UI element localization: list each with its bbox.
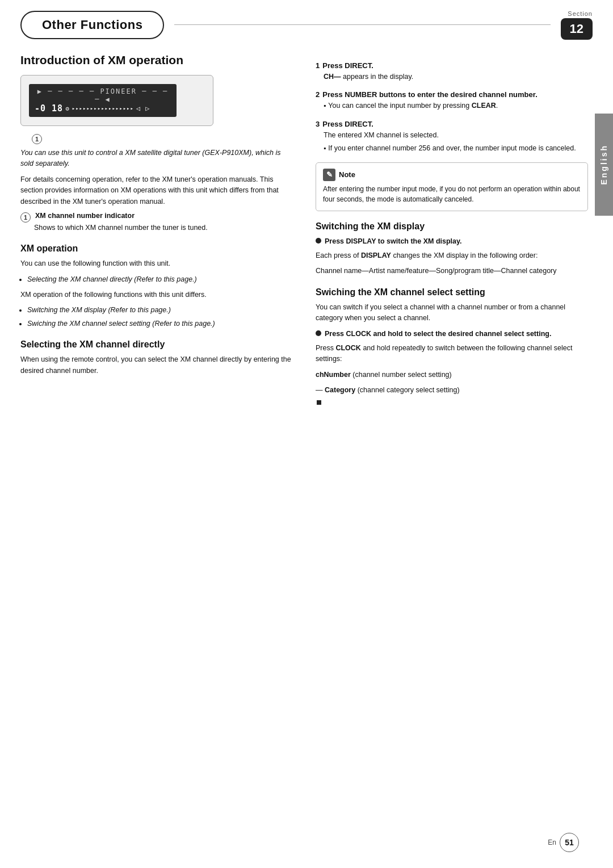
- step3-label: Press DIRECT.: [322, 120, 373, 128]
- dash: —: [316, 386, 323, 394]
- filled-bullet-icon2: [316, 330, 321, 336]
- switching-heading: Switching the XM display: [316, 221, 588, 232]
- step2-body: ▪ You can cancel the input number by pre…: [324, 100, 588, 111]
- switching-bullet-row: Press DISPLAY to switch the XM display.: [316, 236, 588, 247]
- other-functions-badge: Other Functions: [20, 11, 164, 39]
- step3-body: The entered XM channel is selected. ▪ If…: [324, 130, 588, 154]
- device-display-line2: -0 18 ⚙ ▸▸▸▸▸▸▸▸▸▸▸▸▸▸▸▸▸ ◁ ▷: [35, 103, 171, 114]
- caption-row: 1: [20, 134, 292, 144]
- xm-indicator-desc: Shows to which XM channel number the tun…: [34, 223, 292, 233]
- intro-heading: Introduction of XM operation: [20, 53, 292, 67]
- press-label: Press: [316, 344, 335, 352]
- swiching-body: You can switch if you select a channel w…: [316, 302, 588, 324]
- footer-page-number: 51: [560, 833, 579, 852]
- main-content: Introduction of XM operation ▶ ─ ─ ─ ─ ─…: [0, 40, 613, 405]
- section-number-badge: 12: [561, 18, 593, 40]
- xm-indicator-block: 1 XM channel number indicator Shows to w…: [20, 212, 292, 233]
- step3-body2: If you enter channel number 256 and over…: [328, 143, 576, 154]
- section-label-block: Section 12: [561, 10, 593, 40]
- clock-bold: CLOCK: [335, 344, 360, 352]
- steps-section: 1 Press DIRECT. CH— appears in the displ…: [316, 61, 588, 211]
- xm-op-bullet3: Swiching the XM channel select setting (…: [27, 318, 292, 329]
- xm-op-bullets1: Selecting the XM channel directly (Refer…: [27, 274, 292, 285]
- xm-op-bullet1: Selecting the XM channel directly (Refer…: [27, 274, 292, 285]
- intro-italic: You can use this unit to control a XM sa…: [20, 148, 292, 170]
- xm-op-bullet2: Switching the XM display (Refer to this …: [27, 305, 292, 316]
- swiching-bullet-label: Press CLOCK and hold to select the desir…: [325, 329, 551, 339]
- xm-operation-heading: XM operation: [20, 244, 292, 254]
- note-title-label: Note: [339, 170, 355, 179]
- step2-heading: 2 Press NUMBER buttons to enter the desi…: [316, 90, 588, 99]
- note-box: ✎ Note After entering the number input m…: [316, 162, 588, 211]
- step2-text: You can cancel the input number by press…: [328, 100, 498, 111]
- selecting-body: When using the remote control, you can s…: [20, 354, 292, 376]
- english-sidebar: English: [595, 114, 613, 216]
- swiching-bullet-row: Press CLOCK and hold to select the desir…: [316, 329, 588, 339]
- chNumber-line: chNumber (channel number select setting): [316, 370, 588, 380]
- selecting-heading: Selecting the XM channel directly: [20, 339, 292, 350]
- step2-clear: CLEAR: [472, 102, 496, 110]
- right-column: 1 Press DIRECT. CH— appears in the displ…: [310, 53, 588, 405]
- step1-heading: 1 Press DIRECT.: [316, 61, 588, 70]
- intro-section: Introduction of XM operation ▶ ─ ─ ─ ─ ─…: [20, 53, 292, 233]
- device-image: ▶ ─ ─ ─ ─ ─ PIONEER ─ ─ ─ ─ ◀ -0 18 ⚙ ▸▸…: [20, 75, 213, 126]
- swiching-body2: Press CLOCK and hold repeatedly to switc…: [316, 343, 588, 365]
- xm-circle-num: 1: [20, 212, 31, 223]
- note-title-row: ✎ Note: [323, 169, 581, 181]
- footer: En 51: [548, 833, 579, 852]
- note-text: After entering the number input mode, if…: [323, 184, 581, 205]
- device-screen: ▶ ─ ─ ─ ─ ─ PIONEER ─ ─ ─ ─ ◀ -0 18 ⚙ ▸▸…: [29, 84, 177, 117]
- chNumber-rest: (channel number select setting): [352, 371, 451, 379]
- switching-body2: Channel name—Artist name/feature—Song/pr…: [316, 266, 588, 276]
- selecting-section: Selecting the XM channel directly When u…: [20, 339, 292, 376]
- step3-body1: The entered XM channel is selected.: [324, 130, 588, 141]
- step1-label: Press DIRECT.: [322, 61, 373, 70]
- intro-body: For details concerning operation, refer …: [20, 174, 292, 207]
- left-column: Introduction of XM operation ▶ ─ ─ ─ ─ ─…: [20, 53, 310, 405]
- footer-en-label: En: [548, 838, 556, 846]
- switching-rest: changes the XM display in the following …: [393, 251, 538, 259]
- step1-ch: CH—: [324, 73, 341, 81]
- english-label: English: [599, 144, 608, 185]
- circle-indicator: 1: [32, 134, 42, 144]
- xm-op-bullets2: Switching the XM display (Refer to this …: [27, 305, 292, 329]
- header: Other Functions Section 12: [0, 0, 613, 40]
- category-line: — Category (channel category select sett…: [316, 385, 588, 396]
- end-square-row: [316, 400, 588, 405]
- category-rest: (channel category select setting): [358, 386, 460, 394]
- switching-body1: Each press of DISPLAY changes the XM dis…: [316, 250, 588, 261]
- xm-op-body2: XM operation of the following functions …: [20, 290, 292, 300]
- step3-num: 3: [316, 120, 320, 128]
- end-square-icon: [317, 400, 321, 405]
- step2-label: Press NUMBER buttons to enter the desire…: [322, 90, 538, 99]
- step3-heading: 3 Press DIRECT.: [316, 120, 588, 128]
- step1-body: CH— appears in the display.: [324, 72, 588, 82]
- header-divider: [174, 24, 550, 26]
- xm-indicator-label: XM channel number indicator: [35, 212, 135, 220]
- step1-appears: appears in the display.: [343, 73, 413, 81]
- swiching-section: Swiching the XM channel select setting Y…: [316, 287, 588, 405]
- switching-section: Switching the XM display Press DISPLAY t…: [316, 221, 588, 277]
- switching-each: Each press of: [316, 251, 361, 259]
- step1-num: 1: [316, 61, 320, 70]
- category-bold: Category: [325, 386, 355, 394]
- page: Other Functions Section 12 English Intro…: [0, 0, 613, 868]
- section-label: Section: [568, 10, 593, 17]
- xm-operation-section: XM operation You can use the following f…: [20, 244, 292, 329]
- swiching-heading: Swiching the XM channel select setting: [316, 287, 588, 297]
- step2-num: 2: [316, 90, 320, 99]
- note-icon: ✎: [323, 169, 335, 181]
- filled-bullet-icon: [316, 238, 321, 244]
- other-functions-title: Other Functions: [42, 18, 142, 32]
- chNumber-bold: chNumber: [316, 371, 351, 379]
- device-display-line1: ▶ ─ ─ ─ ─ ─ PIONEER ─ ─ ─ ─ ◀: [35, 87, 171, 103]
- switching-bullet-label: Press DISPLAY to switch the XM display.: [325, 236, 462, 247]
- switching-display-bold: DISPLAY: [361, 251, 391, 259]
- xm-op-body1: You can use the following function with …: [20, 258, 292, 269]
